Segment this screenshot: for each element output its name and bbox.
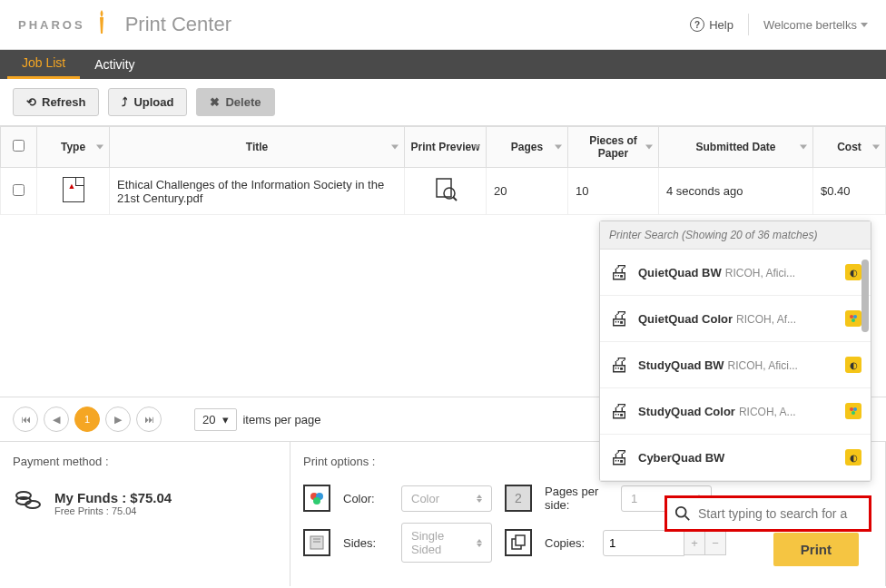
title-cell: Ethical Challenges of the Information So… [110,168,405,215]
upload-label: Upload [133,95,173,109]
pages-cell: 20 [487,168,568,215]
funds-row: My Funds : $75.04 Free Prints : 75.04 [13,485,277,522]
page-current[interactable]: 1 [74,407,100,432]
refresh-button[interactable]: ⟲ Refresh [13,88,99,116]
tab-activity[interactable]: Activity [80,50,149,79]
user-menu[interactable]: Welcome bertelks [763,18,868,32]
svg-point-20 [676,507,686,517]
sort-icon [473,145,480,150]
printer-search-input[interactable] [698,506,861,521]
sort-icon [96,145,103,150]
refresh-label: Refresh [42,95,85,109]
items-per-page: 20 ▾ items per page [194,408,320,431]
svg-point-17 [850,407,853,411]
funds-sub: Free Prints : 75.04 [54,505,172,516]
help-label: Help [709,18,733,32]
svg-point-19 [852,411,855,415]
bw-badge-icon: ◐ [845,264,861,280]
color-badge-icon [845,310,861,327]
jobs-table: Type Title Print Preview Pages Pieces of… [0,126,886,215]
select-all-checkbox[interactable] [13,140,25,152]
table-row[interactable]: Ethical Challenges of the Information So… [1,168,886,215]
popup-header: Printer Search (Showing 20 of 36 matches… [600,221,871,250]
sort-icon [645,145,653,150]
app-header: PHAROS Print Center ? Help Welcome berte… [0,0,886,50]
page-next[interactable]: ▶ [105,407,131,432]
print-button[interactable]: Print [773,533,859,566]
logo-area: PHAROS Print Center [18,8,231,41]
nav-tabs: Job List Activity [0,50,886,79]
printer-item[interactable]: 🖨 StudyQuad BWRICOH, Afici... ◐ [600,342,871,388]
copies-input[interactable] [603,530,684,556]
bw-badge-icon: ◐ [845,449,861,466]
preview-cell[interactable] [405,168,487,215]
page-prev[interactable]: ◀ [44,407,69,432]
upload-button[interactable]: ⤴ Upload [108,88,187,116]
dropdown-icon: ▾ [222,413,229,426]
printer-icon: 🖨 [609,446,629,469]
svg-line-21 [685,516,690,521]
printer-icon: 🖨 [609,307,629,330]
copies-minus[interactable]: − [704,530,726,555]
printer-search-box [664,495,871,532]
col-cost[interactable]: Cost [813,127,886,168]
printer-item[interactable]: 🖨 QuietQuad BWRICOH, Afici... ◐ [600,250,871,296]
printer-item[interactable]: 🖨 QuietQuad ColorRICOH, Af... [600,296,871,342]
toolbar: ⟲ Refresh ⤴ Upload ✖ Delete [0,79,886,126]
caret-down-icon [861,23,868,27]
copies-plus[interactable]: + [684,530,705,555]
color-select[interactable]: Color [401,485,492,512]
updown-icon [477,539,482,547]
col-preview[interactable]: Print Preview [405,127,487,168]
page-first[interactable]: ⏮ [13,407,38,432]
updown-icon [477,495,482,503]
sort-icon [391,145,399,150]
coins-icon [13,485,44,522]
col-submitted[interactable]: Submitted Date [659,127,813,168]
search-icon [674,505,691,522]
col-pages[interactable]: Pages [487,127,568,168]
ipp-label: items per page [242,413,320,426]
upload-icon: ⤴ [122,95,128,109]
sides-label: Sides: [343,536,389,550]
row-checkbox[interactable] [13,184,25,196]
app-title: Print Center [125,13,231,36]
col-type[interactable]: Type [37,127,110,168]
col-pieces[interactable]: Pieces of Paper [568,127,659,168]
cost-cell: $0.40 [813,168,886,215]
file-type-cell [37,168,110,215]
pps-label: Pages per side: [545,485,608,512]
svg-line-2 [453,197,457,201]
svg-point-18 [853,407,857,411]
col-title[interactable]: Title [110,127,405,168]
printer-item[interactable]: 🖨 StudyQuad ColorRICOH, A... [600,388,871,435]
svg-point-14 [850,315,853,318]
delete-button[interactable]: ✖ Delete [196,88,274,116]
divider [748,14,749,35]
copies-label: Copies: [545,536,590,550]
funds-text: My Funds : $75.04 Free Prints : 75.04 [54,490,172,516]
sides-select[interactable]: Single Sided [401,523,492,563]
delete-icon: ✖ [210,95,220,109]
page-last[interactable]: ⏭ [136,407,162,432]
header-right: ? Help Welcome bertelks [690,14,868,35]
ipp-select[interactable]: 20 ▾ [194,408,237,431]
sort-icon [555,145,562,150]
printer-item[interactable]: 🖨 CyberQuad BW ◐ [600,435,871,481]
printer-list[interactable]: 🖨 QuietQuad BWRICOH, Afici... ◐ 🖨 QuietQ… [600,250,871,481]
svg-rect-9 [310,536,323,549]
help-link[interactable]: ? Help [690,17,733,32]
svg-point-15 [853,315,857,318]
printer-icon: 🖨 [609,260,629,284]
pps-icon: 2 [505,485,532,512]
sides-icon [303,529,330,556]
pdf-icon [63,177,84,202]
svg-point-16 [852,318,855,322]
delete-label: Delete [225,95,261,109]
svg-rect-13 [516,535,525,545]
scrollbar[interactable] [861,260,869,332]
payment-panel: Payment method : My Funds : $75.04 Free … [0,442,290,586]
preview-icon [433,177,458,202]
printer-icon: 🖨 [609,353,629,377]
tab-job-list[interactable]: Job List [7,50,80,79]
